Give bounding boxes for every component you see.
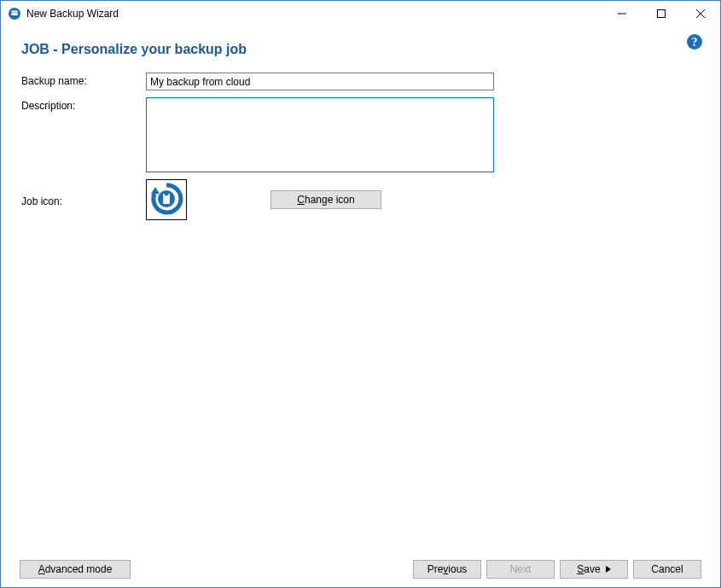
window-title: New Backup Wizard	[26, 8, 119, 20]
job-icon-preview	[146, 179, 187, 220]
close-button[interactable]	[681, 1, 720, 26]
advanced-mode-button[interactable]: Advanced mode	[20, 560, 131, 579]
content-area: ? JOB - Personalize your backup job Back…	[1, 26, 720, 560]
save-button[interactable]: Save	[560, 560, 628, 579]
dropdown-arrow-icon	[606, 563, 611, 575]
footer: Advanced mode Previous Next Save Cancel	[1, 560, 720, 587]
previous-button[interactable]: Previous	[413, 560, 481, 579]
description-label: Description:	[21, 97, 146, 112]
svg-rect-12	[165, 194, 168, 195]
wizard-window: New Backup Wizard ? JOB - Personalize yo…	[0, 0, 721, 588]
next-button: Next	[486, 560, 555, 579]
backup-name-label: Backup name:	[21, 73, 146, 87]
svg-rect-1	[11, 13, 18, 15]
svg-rect-4	[658, 10, 666, 18]
description-textarea[interactable]	[146, 97, 494, 172]
backup-name-input[interactable]	[146, 73, 494, 90]
help-button[interactable]: ?	[686, 33, 703, 50]
backup-job-icon	[149, 182, 183, 218]
page-heading: JOB - Personalize your backup job	[21, 42, 700, 57]
svg-marker-13	[606, 566, 611, 573]
svg-text:?: ?	[692, 36, 698, 49]
minimize-button[interactable]	[602, 1, 642, 26]
job-icon-label: Job icon:	[21, 193, 146, 207]
app-icon	[8, 7, 21, 20]
svg-marker-9	[151, 187, 160, 194]
cancel-button[interactable]: Cancel	[633, 560, 701, 579]
titlebar: New Backup Wizard	[1, 1, 720, 26]
svg-rect-2	[11, 11, 18, 13]
maximize-button[interactable]	[642, 1, 681, 26]
change-icon-button[interactable]: Change icon	[270, 190, 381, 209]
